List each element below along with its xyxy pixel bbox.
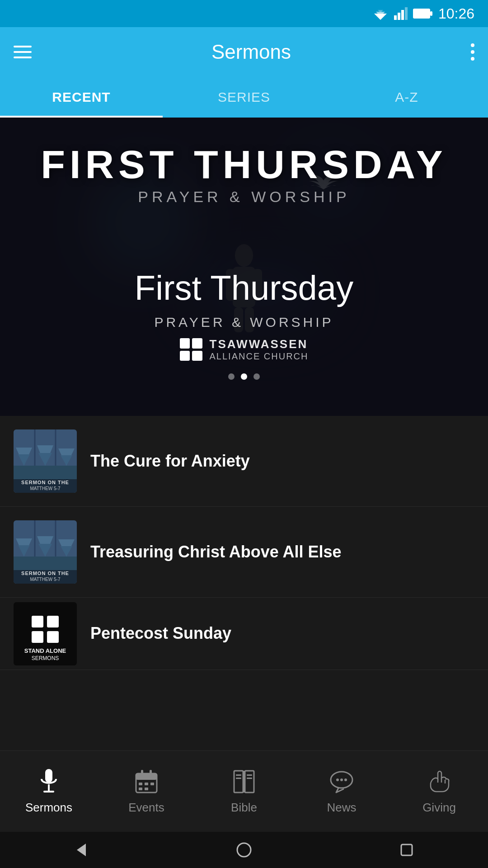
svg-rect-63 xyxy=(236,774,241,776)
nav-item-news[interactable]: News xyxy=(293,768,390,815)
sermon-title-2: Treasuring Christ Above All Else xyxy=(90,542,342,563)
nav-label-sermons: Sermons xyxy=(25,801,72,815)
svg-text:STAND ALONE: STAND ALONE xyxy=(24,647,66,654)
tab-recent[interactable]: Recent xyxy=(0,77,163,118)
church-logo-area: TSAWWASSEN ALLIANCE CHURCH xyxy=(180,337,309,362)
svg-rect-42 xyxy=(32,616,43,627)
svg-rect-45 xyxy=(47,631,59,643)
nav-item-bible[interactable]: Bible xyxy=(195,768,293,815)
svg-text:MATTHEW 5-7: MATTHEW 5-7 xyxy=(30,577,60,582)
svg-marker-71 xyxy=(77,844,86,856)
hero-section[interactable]: FIRST THURSDAY PRAYER & WORSHIP First Th… xyxy=(0,118,488,416)
nav-item-sermons[interactable]: Sermons xyxy=(0,768,98,815)
svg-point-70 xyxy=(344,778,347,781)
sermon-item-1[interactable]: SERMON ON THE MATTHEW 5-7 The Cure for A… xyxy=(0,416,488,507)
tab-bar: Recent Series A-Z xyxy=(0,77,488,118)
sermon-thumbnail-3: STAND ALONE SERMONS xyxy=(14,602,77,665)
hero-dot-2 xyxy=(241,373,247,380)
svg-rect-55 xyxy=(139,783,142,785)
svg-point-68 xyxy=(336,778,339,781)
tab-series[interactable]: Series xyxy=(163,77,325,118)
sermon-item-2[interactable]: SERMON ON THE MATTHEW 5-7 Treasuring Chr… xyxy=(0,507,488,598)
sermon-thumbnail-2: SERMON ON THE MATTHEW 5-7 xyxy=(14,520,77,584)
hand-icon xyxy=(426,768,453,795)
tab-az[interactable]: A-Z xyxy=(325,77,488,118)
svg-rect-60 xyxy=(234,771,243,793)
status-icons: 10:26 xyxy=(372,5,474,22)
svg-rect-7 xyxy=(413,9,430,19)
svg-rect-59 xyxy=(145,788,148,790)
svg-text:SERMON ON THE: SERMON ON THE xyxy=(21,480,69,485)
nav-label-news: News xyxy=(327,801,356,815)
hero-dot-1 xyxy=(228,373,235,380)
book-icon xyxy=(230,768,258,795)
svg-rect-66 xyxy=(247,778,252,779)
svg-rect-43 xyxy=(47,616,59,627)
battery-icon xyxy=(413,8,433,19)
svg-rect-58 xyxy=(139,788,142,790)
svg-rect-61 xyxy=(245,771,254,793)
nav-label-giving: Giving xyxy=(422,801,456,815)
svg-rect-5 xyxy=(401,10,404,20)
svg-rect-4 xyxy=(398,13,400,20)
hero-dot-3 xyxy=(253,373,260,380)
more-options-button[interactable] xyxy=(471,43,474,61)
svg-rect-50 xyxy=(43,791,54,793)
svg-rect-48 xyxy=(45,769,52,783)
svg-rect-52 xyxy=(136,774,157,780)
hero-banner-area: FIRST THURSDAY PRAYER & WORSHIP xyxy=(0,145,488,206)
svg-text:SERMON ON THE: SERMON ON THE xyxy=(21,571,69,576)
status-time: 10:26 xyxy=(438,5,474,22)
back-button[interactable] xyxy=(68,836,95,863)
hero-banner-title: FIRST THURSDAY xyxy=(0,145,488,184)
svg-rect-6 xyxy=(405,7,408,20)
svg-rect-56 xyxy=(145,783,148,785)
sermon-list: SERMON ON THE MATTHEW 5-7 The Cure for A… xyxy=(0,416,488,670)
hero-sermon-title: First Thursday xyxy=(135,268,353,307)
svg-rect-53 xyxy=(141,770,143,777)
svg-text:SERMONS: SERMONS xyxy=(32,655,59,661)
svg-rect-49 xyxy=(48,784,50,791)
nav-item-giving[interactable]: Giving xyxy=(390,768,488,815)
church-grid-icon xyxy=(180,338,202,361)
sermon-title-1: The Cure for Anxiety xyxy=(90,451,250,472)
svg-rect-65 xyxy=(247,774,252,776)
hero-carousel-dots xyxy=(228,373,260,380)
svg-rect-57 xyxy=(150,783,154,785)
chat-icon xyxy=(328,768,355,795)
svg-rect-73 xyxy=(401,844,412,855)
bottom-nav: Sermons Events xyxy=(0,750,488,832)
svg-rect-44 xyxy=(32,631,43,643)
svg-point-72 xyxy=(237,843,251,857)
nav-item-events[interactable]: Events xyxy=(98,768,195,815)
sermon-item-3[interactable]: STAND ALONE SERMONS Pentecost Sunday xyxy=(0,598,488,670)
svg-rect-8 xyxy=(430,11,432,16)
nav-label-bible: Bible xyxy=(231,801,257,815)
svg-rect-3 xyxy=(394,15,397,20)
system-nav-bar xyxy=(0,832,488,868)
wifi-icon xyxy=(372,7,389,20)
microphone-icon xyxy=(35,768,62,795)
svg-rect-54 xyxy=(150,770,152,777)
recents-button[interactable] xyxy=(393,836,420,863)
signal-icon xyxy=(394,7,408,20)
svg-point-69 xyxy=(340,778,343,781)
home-button[interactable] xyxy=(230,836,258,863)
status-bar: 10:26 xyxy=(0,0,488,27)
hero-content: First Thursday PRAYER & WORSHIP TSAWWASS… xyxy=(0,268,488,380)
svg-rect-37 xyxy=(14,557,77,570)
church-name: TSAWWASSEN xyxy=(210,337,309,351)
svg-text:MATTHEW 5-7: MATTHEW 5-7 xyxy=(30,486,60,491)
calendar-icon xyxy=(133,768,160,795)
hero-sermon-subtitle: PRAYER & WORSHIP xyxy=(154,315,333,330)
app-bar: Sermons xyxy=(0,27,488,77)
svg-rect-64 xyxy=(236,778,241,779)
sermon-thumbnail-1: SERMON ON THE MATTHEW 5-7 xyxy=(14,429,77,493)
hamburger-menu-button[interactable] xyxy=(14,46,32,58)
hero-banner-subtitle: PRAYER & WORSHIP xyxy=(0,188,488,206)
church-subtitle: ALLIANCE CHURCH xyxy=(210,351,309,362)
svg-rect-24 xyxy=(14,466,77,479)
app-bar-title: Sermons xyxy=(211,41,291,63)
sermon-title-3: Pentecost Sunday xyxy=(90,623,231,644)
nav-label-events: Events xyxy=(128,801,164,815)
